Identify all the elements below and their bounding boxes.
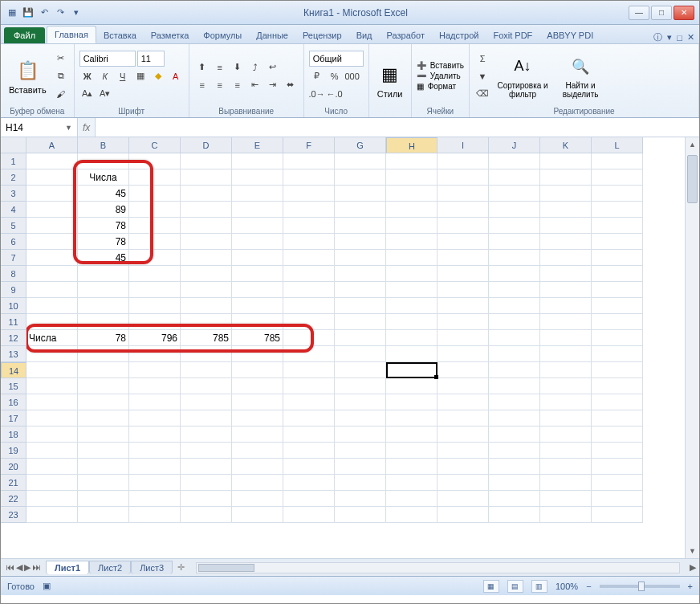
cell-L5[interactable]	[592, 218, 643, 234]
qat-icon[interactable]: ▾	[70, 6, 83, 19]
cell-L7[interactable]	[592, 250, 643, 266]
row-header-21[interactable]: 21	[1, 475, 26, 491]
row-header-19[interactable]: 19	[1, 443, 26, 459]
cell-J6[interactable]	[489, 234, 540, 250]
cell-L6[interactable]	[592, 234, 643, 250]
cell-F9[interactable]	[283, 282, 335, 298]
cell-A3[interactable]	[26, 186, 78, 202]
cell-I7[interactable]	[438, 250, 489, 266]
cell-D21[interactable]	[181, 475, 232, 491]
horizontal-scrollbar[interactable]	[196, 562, 680, 573]
cell-G10[interactable]	[335, 298, 386, 314]
cell-G3[interactable]	[335, 186, 386, 202]
cell-D23[interactable]	[181, 507, 232, 523]
cell-I3[interactable]	[438, 186, 489, 202]
cell-F12[interactable]	[283, 330, 335, 346]
cell-B9[interactable]	[78, 282, 129, 298]
italic-button[interactable]: К	[97, 68, 113, 84]
cell-A19[interactable]	[26, 443, 78, 459]
cell-L18[interactable]	[592, 426, 643, 443]
cell-C6[interactable]	[129, 234, 181, 250]
cell-H6[interactable]	[386, 234, 438, 250]
row-header-14[interactable]: 14	[1, 362, 26, 378]
cell-J10[interactable]	[489, 298, 540, 314]
cell-E12[interactable]: 785	[232, 330, 283, 346]
sheet-last-icon[interactable]: ⏭	[32, 562, 41, 573]
vertical-scrollbar[interactable]: ▲ ▼	[685, 137, 699, 558]
row-header-4[interactable]: 4	[1, 202, 26, 218]
cell-C1[interactable]	[129, 153, 181, 169]
cell-F19[interactable]	[283, 443, 335, 459]
cell-I2[interactable]	[438, 169, 489, 186]
cell-B6[interactable]: 78	[78, 234, 129, 250]
cell-A7[interactable]	[26, 250, 78, 266]
column-header-A[interactable]: A	[26, 137, 78, 153]
zoom-out-icon[interactable]: −	[586, 582, 591, 591]
cell-A23[interactable]	[26, 507, 78, 523]
cell-H23[interactable]	[386, 507, 438, 523]
cell-D18[interactable]	[181, 426, 232, 443]
row-header-5[interactable]: 5	[1, 218, 26, 234]
cell-F21[interactable]	[283, 475, 335, 491]
align-left-icon[interactable]: ≡	[194, 77, 210, 93]
cell-J15[interactable]	[489, 378, 540, 394]
cell-J1[interactable]	[489, 153, 540, 169]
currency-icon[interactable]: ₽	[309, 68, 325, 84]
cell-I19[interactable]	[438, 443, 489, 459]
cell-L1[interactable]	[592, 153, 643, 169]
cell-F23[interactable]	[283, 507, 335, 523]
autosum-icon[interactable]: Σ	[474, 51, 490, 67]
cell-G15[interactable]	[335, 378, 386, 394]
cell-H7[interactable]	[386, 250, 438, 266]
cell-L22[interactable]	[592, 491, 643, 507]
ribbon-restore-icon[interactable]: □	[677, 33, 682, 43]
tab-data[interactable]: Данные	[249, 27, 295, 43]
cell-A8[interactable]	[26, 266, 78, 282]
cell-B3[interactable]: 45	[78, 186, 129, 202]
cell-C8[interactable]	[129, 266, 181, 282]
font-size-select[interactable]	[137, 51, 165, 67]
cell-G1[interactable]	[335, 153, 386, 169]
cell-A6[interactable]	[26, 234, 78, 250]
sheet-next-icon[interactable]: ▶	[24, 562, 31, 573]
cell-L2[interactable]	[592, 169, 643, 186]
cell-B10[interactable]	[78, 298, 129, 314]
delete-cells-label[interactable]: Удалить	[428, 71, 461, 80]
cell-E18[interactable]	[232, 426, 283, 443]
cell-J2[interactable]	[489, 169, 540, 186]
cell-K22[interactable]	[540, 491, 592, 507]
cell-E10[interactable]	[232, 298, 283, 314]
maximize-button[interactable]: □	[651, 6, 672, 20]
cell-K13[interactable]	[540, 346, 592, 362]
align-center-icon[interactable]: ≡	[212, 77, 228, 93]
cell-C12[interactable]: 796	[129, 330, 181, 346]
cell-G14[interactable]	[335, 362, 386, 378]
cell-B15[interactable]	[78, 378, 129, 394]
cell-C4[interactable]	[129, 202, 181, 218]
cell-L20[interactable]	[592, 459, 643, 475]
cell-G8[interactable]	[335, 266, 386, 282]
cell-D22[interactable]	[181, 491, 232, 507]
cell-C2[interactable]	[129, 169, 181, 186]
cell-G16[interactable]	[335, 394, 386, 410]
cell-C21[interactable]	[129, 475, 181, 491]
cell-B20[interactable]	[78, 459, 129, 475]
cell-D13[interactable]	[181, 346, 232, 362]
cell-J4[interactable]	[489, 202, 540, 218]
cells-area[interactable]: Числа4589787845Числа78796785785	[26, 153, 685, 558]
row-header-18[interactable]: 18	[1, 426, 26, 443]
cell-H21[interactable]	[386, 475, 438, 491]
cell-F6[interactable]	[283, 234, 335, 250]
cell-C23[interactable]	[129, 507, 181, 523]
cell-C16[interactable]	[129, 394, 181, 410]
tab-home[interactable]: Главная	[47, 26, 96, 43]
row-header-3[interactable]: 3	[1, 186, 26, 202]
cell-D11[interactable]	[181, 314, 232, 330]
cell-K12[interactable]	[540, 330, 592, 346]
cell-I9[interactable]	[438, 282, 489, 298]
cell-H13[interactable]	[386, 346, 438, 362]
ribbon-close-icon[interactable]: ✕	[687, 32, 694, 43]
zoom-knob[interactable]	[638, 582, 645, 591]
cell-J5[interactable]	[489, 218, 540, 234]
cell-E23[interactable]	[232, 507, 283, 523]
